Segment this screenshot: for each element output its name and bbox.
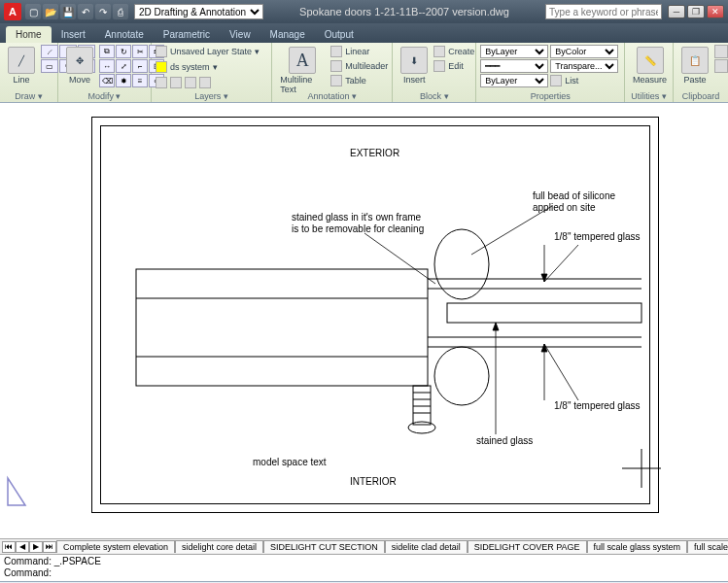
command-line[interactable]: Command: _.PSPACE Command:: [0, 554, 728, 581]
help-search-input[interactable]: [545, 4, 662, 19]
layout-prev-button[interactable]: ◀: [16, 541, 29, 553]
close-button[interactable]: ✕: [707, 5, 724, 18]
explode-icon[interactable]: ✸: [116, 74, 131, 87]
tab-parametric[interactable]: Parametric: [154, 26, 220, 43]
panel-properties: ByLayer ByColor ━━━ Transpare... ByLayer…: [476, 43, 625, 102]
svg-point-9: [434, 347, 489, 405]
svg-rect-10: [413, 386, 431, 425]
qat-redo-icon[interactable]: ↷: [95, 4, 111, 19]
stretch-icon[interactable]: ↔: [99, 59, 115, 73]
svg-marker-28: [8, 478, 25, 505]
label-silicone-2: applied on site: [533, 202, 596, 213]
ribbon-tabs: Home Insert Annotate Parametric View Man…: [0, 23, 728, 43]
color-dropdown[interactable]: ByLayer: [480, 45, 548, 58]
svg-rect-0: [136, 269, 428, 386]
svg-marker-25: [493, 323, 499, 330]
qat-open-icon[interactable]: 📂: [43, 4, 58, 19]
paste-button[interactable]: 📋Paste: [677, 45, 712, 86]
mleader-button[interactable]: Multileader: [330, 59, 388, 73]
label-tempered-top: 1/8" tempered glass: [554, 231, 641, 242]
svg-point-15: [408, 422, 435, 433]
linetype-dropdown[interactable]: ByLayer: [480, 74, 548, 87]
rect-icon[interactable]: ▭: [41, 59, 58, 73]
layer-lock-icon[interactable]: [170, 77, 182, 88]
qat-undo-icon[interactable]: ↶: [78, 4, 93, 19]
label-stained-frame-2: is to be removable for cleaning: [292, 223, 424, 234]
label-tempered-bottom: 1/8" tempered glass: [554, 400, 641, 411]
layout-tab-3[interactable]: sidelite clad detail: [385, 540, 468, 553]
drawing-area[interactable]: EXTERIOR INTERIOR model space text stain…: [0, 103, 728, 538]
layout-tab-1[interactable]: sidelight core detail: [175, 540, 263, 553]
svg-line-16: [364, 233, 435, 284]
rotate-icon[interactable]: ↻: [116, 45, 131, 58]
layer-tools: [156, 76, 211, 89]
list-button[interactable]: List: [550, 74, 578, 87]
panel-label-layers: Layers ▾: [152, 91, 271, 101]
layer-dropdown[interactable]: ds system ▾: [156, 60, 218, 74]
scale-icon[interactable]: ⤢: [116, 59, 131, 73]
polyline-icon[interactable]: ⟋: [41, 45, 58, 58]
panel-label-clipboard: Clipboard: [674, 91, 728, 101]
trim-icon[interactable]: ✂: [132, 45, 148, 58]
layout-tab-4[interactable]: SIDELIGHT COVER PAGE: [468, 540, 587, 553]
label-stained-frame-1: stained glass in it's own frame: [292, 212, 421, 223]
workspace-dropdown[interactable]: 2D Drafting & Annotation: [134, 4, 263, 19]
layout-tab-5[interactable]: full scale glass system: [587, 540, 688, 553]
offset-icon[interactable]: ≡: [132, 74, 148, 87]
tab-home[interactable]: Home: [6, 26, 52, 43]
edit-icon: [433, 60, 445, 72]
mtext-button[interactable]: AMultiline Text: [276, 45, 329, 96]
layer-freeze-icon[interactable]: [156, 77, 167, 88]
tab-output[interactable]: Output: [315, 26, 364, 43]
cut-icon[interactable]: [714, 45, 728, 58]
color2-dropdown[interactable]: ByColor: [550, 45, 618, 58]
panel-block: ⬇Insert Create Edit Block ▾: [393, 43, 476, 102]
restore-button[interactable]: ❐: [687, 5, 705, 18]
layout-tab-2[interactable]: SIDELIGHT CUT SECTION: [263, 540, 385, 553]
copy-clip-icon[interactable]: [714, 59, 728, 73]
linear-dim-button[interactable]: Linear: [330, 45, 388, 58]
copy-icon[interactable]: ⧉: [99, 45, 115, 58]
app-menu-button[interactable]: A: [4, 3, 21, 20]
minimize-button[interactable]: ─: [668, 5, 685, 18]
layout-last-button[interactable]: ⏭: [43, 541, 56, 553]
measure-button[interactable]: 📏Measure: [629, 45, 671, 86]
tab-insert[interactable]: Insert: [52, 26, 95, 43]
panel-label-modify: Modify ▾: [58, 91, 151, 101]
table-button[interactable]: Table: [330, 74, 388, 87]
layout-tab-0[interactable]: Complete system elevation: [56, 540, 175, 553]
title-bar: A ▢ 📂 💾 ↶ ↷ ⎙ 2D Drafting & Annotation S…: [0, 0, 728, 23]
erase-icon[interactable]: ⌫: [99, 74, 115, 87]
tab-view[interactable]: View: [220, 26, 260, 43]
block-create-button[interactable]: Create: [433, 45, 474, 58]
tab-annotate[interactable]: Annotate: [95, 26, 154, 43]
window-controls: ─ ❐ ✕: [668, 5, 724, 18]
list-icon: [550, 75, 562, 86]
layout-tab-6[interactable]: full scale moldings: [687, 540, 728, 553]
qat-print-icon[interactable]: ⎙: [113, 4, 128, 19]
block-edit-button[interactable]: Edit: [433, 59, 474, 73]
layout-first-button[interactable]: ⏮: [2, 541, 16, 553]
qat-new-icon[interactable]: ▢: [25, 4, 41, 19]
layer-iso-icon[interactable]: [199, 77, 211, 88]
layout-next-button[interactable]: ▶: [29, 541, 43, 553]
move-button[interactable]: ✥Move: [62, 45, 97, 86]
layer-state-dropdown[interactable]: Unsaved Layer State ▾: [156, 45, 260, 58]
ucs-icon: [4, 470, 43, 509]
layer-off-icon[interactable]: [185, 77, 196, 88]
document-title: Spokane doors 1-21-11B--2007 version.dwg: [299, 6, 509, 17]
lineweight-dropdown[interactable]: ━━━: [480, 59, 548, 73]
insert-button[interactable]: ⬇Insert: [397, 45, 432, 86]
command-prompt[interactable]: Command:: [4, 567, 724, 579]
svg-rect-5: [447, 303, 641, 323]
transparency-dropdown[interactable]: Transpare...: [550, 59, 618, 73]
panel-label-draw: Draw ▾: [0, 91, 57, 101]
tab-manage[interactable]: Manage: [260, 26, 315, 43]
fillet-icon[interactable]: ⌐: [132, 59, 148, 73]
panel-draw: ╱Line ⟋○⌒ ▭⬭▦ Draw ▾: [0, 43, 58, 102]
panel-label-properties: Properties: [476, 91, 624, 101]
line-button[interactable]: ╱Line: [4, 45, 39, 86]
qat-save-icon[interactable]: 💾: [60, 4, 76, 19]
panel-label-utilities: Utilities ▾: [625, 91, 673, 101]
label-exterior: EXTERIOR: [350, 148, 399, 158]
